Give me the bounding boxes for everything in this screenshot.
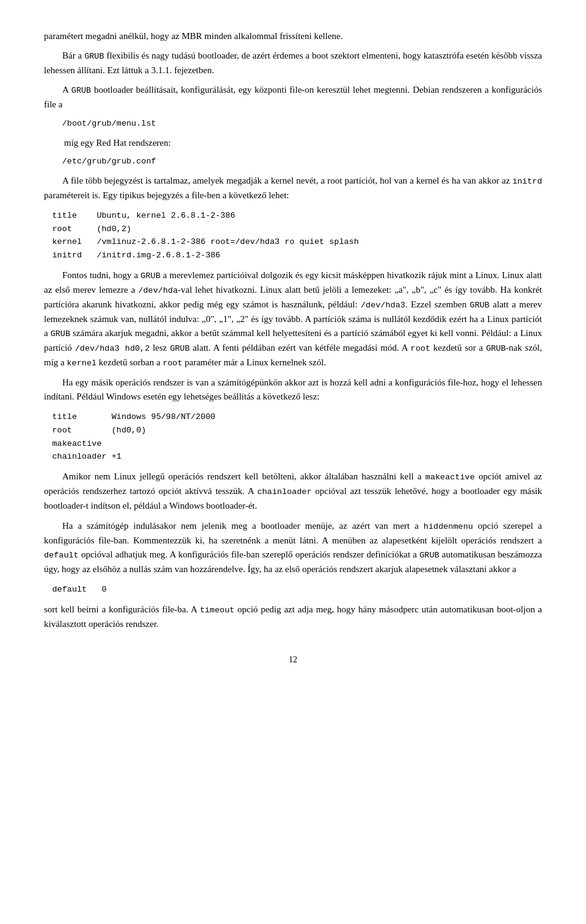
root-inline-2: root (162, 359, 182, 368)
config-title-label: title Ubuntu, kernel 2.6.8.1-2-386 root … (52, 211, 359, 260)
page-number: 12 (44, 653, 542, 667)
paragraph-9: Ha a számítógép indulásakor nem jelenik … (44, 519, 542, 576)
kernel-inline: kernel (67, 359, 97, 368)
hd02-inline: /dev/hda3 hd0,2 (75, 344, 150, 353)
paragraph-2: Bár a GRUB flexibilis és nagy tudású boo… (44, 49, 542, 77)
text-p10: sort kell beírni a konfigurációs file-ba… (44, 604, 542, 629)
text-p9: Ha a számítógép indulásakor nem jelenik … (44, 521, 542, 574)
dev-hda-inline: /dev/hda (138, 286, 178, 295)
path-redhat: /etc/grub/grub.conf (62, 156, 542, 168)
grub-inline-8: GRUB (419, 551, 439, 560)
grub-inline-3: GRUB (140, 271, 160, 281)
paragraph-10: sort kell beírni a konfigurációs file-ba… (44, 603, 542, 631)
paragraph-4: míg egy Red Hat rendszeren: (64, 136, 542, 150)
paragraph-7: Ha egy másik operációs rendszer is van a… (44, 376, 542, 404)
paragraph-6: Fontos tudni, hogy a GRUB a merevlemez p… (44, 268, 542, 370)
grub-inline-6: GRUB (170, 344, 189, 353)
initrd-inline: initrd (512, 177, 542, 186)
path-debian: /boot/grub/menu.lst (62, 118, 542, 130)
makeactive-inline: makeactive (425, 473, 475, 482)
dev-hda3-inline: /dev/hda3 (361, 301, 405, 310)
grub-inline-4: GRUB (470, 301, 490, 310)
paragraph-8: Amikor nem Linux jellegű operációs rends… (44, 470, 542, 513)
paragraph-3: A GRUB bootloader beállításait, konfigur… (44, 83, 542, 112)
text-p7: Ha egy másik operációs rendszer is van a… (44, 378, 542, 401)
grub-inline: GRUB (84, 52, 104, 61)
text-p3: A GRUB bootloader beállításait, konfigur… (44, 85, 542, 109)
grub-config-ubuntu: title Ubuntu, kernel 2.6.8.1-2-386 root … (52, 209, 543, 262)
chainloader-inline: chainloader (257, 487, 311, 496)
timeout-inline: timeout (200, 606, 234, 615)
hiddenmenu-inline: hiddenmenu (424, 522, 473, 531)
grub-inline-2: GRUB (71, 86, 91, 95)
text-p6: Fontos tudni, hogy a GRUB a merevlemez p… (44, 270, 542, 367)
grub-inline-7: GRUB (486, 344, 505, 353)
text-p5-start: A file több bejegyzést is tartalmaz, ame… (44, 176, 542, 200)
paragraph-1: paramétert megadni anélkül, hogy az MBR … (44, 29, 542, 43)
config-windows: title Windows 95/98/NT/2000 root (hd0,0)… (52, 412, 215, 461)
grub-config-windows: title Windows 95/98/NT/2000 root (hd0,0)… (52, 410, 543, 463)
default-config: default 0 (52, 583, 543, 596)
text-p2-start: Bár a GRUB flexibilis és nagy tudású boo… (44, 51, 542, 75)
paragraph-5: A file több bejegyzést is tartalmaz, ame… (44, 174, 542, 202)
root-inline: root (411, 344, 430, 353)
grub-inline-5: GRUB (51, 329, 70, 338)
text-p8: Amikor nem Linux jellegű operációs rends… (44, 471, 542, 510)
default-inline: default (44, 551, 79, 560)
